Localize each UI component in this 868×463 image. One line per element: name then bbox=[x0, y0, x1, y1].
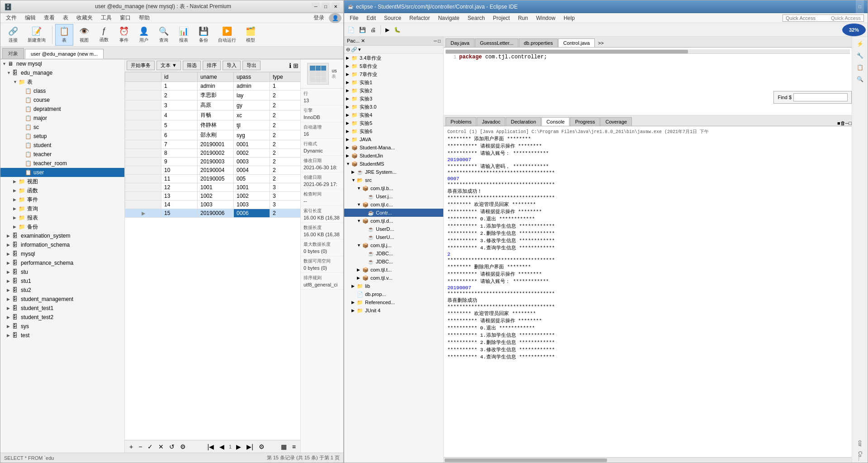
table-cell-type[interactable]: 2 bbox=[270, 130, 301, 140]
tree-item-teacher[interactable]: 📋 teacher bbox=[0, 150, 124, 159]
e-tree-item-exp30[interactable]: ▶ 📁 实验3.0 bbox=[344, 103, 443, 111]
table-cell-id[interactable]: 8 bbox=[161, 149, 198, 158]
filter-button[interactable]: 筛选 bbox=[183, 61, 201, 70]
table-cell-id[interactable]: 11 bbox=[161, 175, 198, 183]
tree-item-stu[interactable]: ▶ 🗄 stu bbox=[0, 267, 124, 277]
tree-item-class[interactable]: 📋 class bbox=[0, 86, 124, 95]
table-cell-uname[interactable]: 肖畅 bbox=[198, 110, 234, 120]
table-cell-upass[interactable]: 1001 bbox=[234, 183, 270, 192]
col-header-type[interactable]: type bbox=[270, 72, 301, 82]
table-cell-type[interactable]: 2 bbox=[270, 209, 301, 218]
side-btn-2[interactable]: 🔧 bbox=[854, 50, 865, 61]
tree-item-user[interactable]: 📋 user bbox=[0, 168, 124, 177]
explorer-link-button[interactable]: 🔗 bbox=[351, 47, 357, 53]
tree-item-student-test1[interactable]: ▶ 🗄 student_test1 bbox=[0, 304, 124, 313]
eclipse-print-button[interactable]: 🖨 bbox=[369, 26, 378, 34]
table-cell-uname[interactable]: 1002 bbox=[198, 192, 234, 200]
table-cell-type[interactable]: 3 bbox=[270, 192, 301, 200]
tree-item-student[interactable]: 📋 student bbox=[0, 141, 124, 150]
last-page-button[interactable]: ▶| bbox=[246, 442, 254, 451]
quick-access-input[interactable] bbox=[786, 15, 831, 21]
eclipse-menu-refactor[interactable]: Refactor bbox=[406, 14, 433, 22]
e-tree-item-lib[interactable]: ▶ 📁 lib bbox=[344, 282, 443, 290]
toolbar-user-button[interactable]: 👤 用户 bbox=[135, 24, 153, 45]
menu-login[interactable]: 登录 bbox=[310, 13, 328, 23]
e-tree-item-db-prop[interactable]: 📄 db.prop... bbox=[344, 290, 443, 298]
toolbar-model-button[interactable]: 🗂️ 模型 bbox=[242, 24, 260, 45]
table-cell-id[interactable]: 13 bbox=[161, 192, 198, 200]
table-cell-upass[interactable]: tjl bbox=[234, 120, 270, 130]
table-cell-upass[interactable]: xc bbox=[234, 110, 270, 120]
menu-view[interactable]: 查看 bbox=[40, 13, 58, 23]
e-tree-item-com-tjl-b[interactable]: ▼ 📦 com.tjl.b... bbox=[344, 184, 443, 192]
table-cell-uname[interactable]: 高原 bbox=[198, 100, 234, 110]
tree-item-setup[interactable]: 📋 setup bbox=[0, 132, 124, 141]
add-record-button[interactable]: + bbox=[128, 442, 134, 451]
table-cell-id[interactable]: 9 bbox=[161, 158, 198, 166]
tab-problems[interactable]: Problems bbox=[446, 117, 476, 126]
tab-guesss-letter[interactable]: GuesssLetter... bbox=[475, 38, 518, 47]
navicat-close-button[interactable]: ✕ bbox=[332, 3, 340, 11]
e-tree-item-34[interactable]: ▶ 📁 3.4章作业 bbox=[344, 54, 443, 62]
refresh-button[interactable]: ↺ bbox=[168, 442, 175, 451]
e-tree-item-7[interactable]: ▶ 📁 7章作业 bbox=[344, 70, 443, 78]
tree-item-reports[interactable]: ▶ 📁 报表 bbox=[0, 213, 124, 222]
side-btn-1[interactable]: ⚡ bbox=[854, 38, 865, 49]
toolbar-function-button[interactable]: ƒ 函数 bbox=[95, 24, 113, 45]
eclipse-menu-source[interactable]: Source bbox=[380, 14, 405, 22]
side-btn-4[interactable]: 🔍 bbox=[854, 74, 865, 85]
eclipse-menu-window[interactable]: Window bbox=[532, 14, 559, 22]
panel-toggle-button[interactable]: ⊞ bbox=[293, 62, 299, 69]
toolbar-query-button[interactable]: 🔍 查询 bbox=[155, 24, 173, 45]
side-btn-3[interactable]: 📋 bbox=[854, 62, 865, 73]
table-cell-upass[interactable]: 0006 bbox=[234, 209, 270, 218]
col-header-upass[interactable]: upass bbox=[234, 72, 270, 82]
tree-item-student-test2[interactable]: ▶ 🗄 student_test2 bbox=[0, 313, 124, 322]
explorer-minimize-button[interactable]: ─ bbox=[434, 38, 437, 43]
tree-item-functions[interactable]: ▶ 📁 函数 bbox=[0, 186, 124, 195]
table-cell-id[interactable]: 6 bbox=[161, 130, 198, 140]
tree-item-info-schema[interactable]: ▶ 🗄 information_schema bbox=[0, 240, 124, 249]
table-cell-type[interactable]: 2 bbox=[270, 158, 301, 166]
sort-button[interactable]: 排序 bbox=[203, 61, 221, 70]
console-stop-button[interactable]: ■ bbox=[837, 120, 840, 126]
table-cell-uname[interactable]: 20190005 bbox=[198, 175, 234, 183]
table-cell-type[interactable]: 3 bbox=[270, 183, 301, 192]
e-tree-item-student-mana[interactable]: ▶ 📦 Student-Mana... bbox=[344, 143, 443, 152]
menu-edit[interactable]: 编辑 bbox=[21, 13, 39, 23]
eclipse-menu-search[interactable]: Search bbox=[464, 14, 489, 22]
console-maximize-button[interactable]: □ bbox=[849, 120, 852, 126]
tab-declaration[interactable]: Declaration bbox=[506, 117, 541, 126]
tree-item-edu-manage[interactable]: ▼ 🗄 edu_manage bbox=[0, 68, 124, 77]
eclipse-maximize-button[interactable]: □ bbox=[856, 3, 864, 11]
e-tree-item-exp6[interactable]: ▶ 📁 实验6 bbox=[344, 127, 443, 135]
explorer-maximize-button[interactable]: □ bbox=[438, 38, 441, 43]
tree-item-new-mysql[interactable]: ▼ 🖥 new mysql bbox=[0, 59, 124, 68]
more-tabs-button[interactable]: >> bbox=[595, 39, 607, 47]
table-cell-id[interactable]: 14 bbox=[161, 200, 198, 209]
settings-button[interactable]: ⚙ bbox=[179, 442, 187, 451]
table-cell-type[interactable]: 2 bbox=[270, 91, 301, 100]
table-cell-type[interactable]: 2 bbox=[270, 166, 301, 175]
table-cell-uname[interactable]: 20190004 bbox=[198, 166, 234, 175]
text-button[interactable]: 文本 ▼ bbox=[157, 61, 181, 70]
tab-day-java[interactable]: Day.java bbox=[446, 38, 474, 47]
e-tree-item-userd[interactable]: ☕ UserD... bbox=[344, 225, 443, 233]
eclipse-menu-project[interactable]: Project bbox=[489, 14, 513, 22]
table-cell-upass[interactable]: lay bbox=[234, 91, 270, 100]
e-tree-item-control[interactable]: ☕ Contr... bbox=[344, 209, 443, 217]
tree-item-tables[interactable]: ▼ 📁 表 bbox=[0, 77, 124, 86]
table-cell-id[interactable]: 2 bbox=[161, 91, 198, 100]
toolbar-report-button[interactable]: 📊 报表 bbox=[175, 24, 193, 45]
e-tree-item-jre[interactable]: ▶ ☕ JRE System... bbox=[344, 168, 443, 176]
e-tree-item-com-tjl-c[interactable]: ▼ 📦 com.tjl.c... bbox=[344, 200, 443, 209]
e-tree-item-exp4[interactable]: ▶ 📁 实验4 bbox=[344, 111, 443, 119]
eclipse-save-button[interactable]: 💾 bbox=[357, 26, 368, 34]
e-tree-item-user-j[interactable]: ☕ User.j... bbox=[344, 192, 443, 200]
tree-item-stu2[interactable]: ▶ 🗄 stu2 bbox=[0, 286, 124, 295]
table-cell-uname[interactable]: 邵永刚 bbox=[198, 130, 234, 140]
eclipse-editor-area[interactable]: 1 package com.tjl.controller; bbox=[444, 48, 852, 115]
tree-item-stu1[interactable]: ▶ 🗄 stu1 bbox=[0, 277, 124, 286]
table-cell-id[interactable]: 10 bbox=[161, 166, 198, 175]
table-cell-upass[interactable]: gy bbox=[234, 100, 270, 110]
